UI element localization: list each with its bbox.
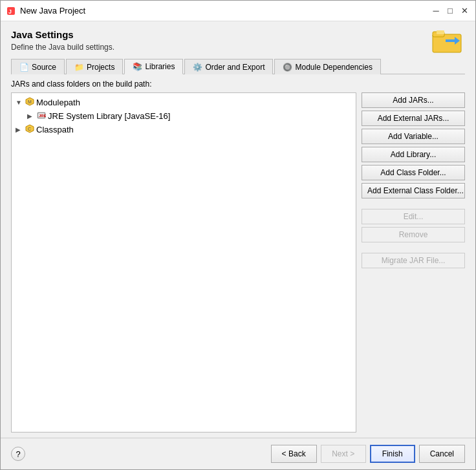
page-title: Java Settings: [11, 29, 114, 40]
window-controls: ─ □ ✕: [430, 5, 470, 17]
window-icon: J: [6, 6, 16, 16]
classpath-icon: C: [25, 124, 34, 135]
header-text: Java Settings Define the Java build sett…: [11, 29, 114, 58]
tree-item-classpath[interactable]: ▶ C Classpath: [14, 123, 353, 136]
svg-rect-4: [437, 30, 444, 34]
tree-panel[interactable]: ▼ M Modulepath ▶: [11, 92, 356, 433]
projects-tab-label: Projects: [87, 63, 114, 72]
tree-item-jre[interactable]: ▶ JRE JRE System Library [JavaSE-16]: [14, 109, 353, 123]
add-external-class-folder-button[interactable]: Add External Class Folder...: [362, 183, 465, 198]
section-label: JARs and class folders on the build path…: [11, 80, 465, 89]
window-title: New Java Project: [20, 6, 85, 16]
help-button[interactable]: ?: [11, 447, 25, 461]
tabs-bar: 📄 Source 📁 Projects 📚 Libraries ⚙️ Order…: [11, 58, 465, 74]
order-export-tab-label: Order and Export: [205, 63, 265, 72]
tree-item-modulepath[interactable]: ▼ M Modulepath: [14, 96, 353, 109]
jre-expand-arrow[interactable]: ▶: [27, 112, 35, 120]
svg-rect-6: [446, 39, 455, 42]
tab-module-deps[interactable]: 🔘 Module Dependencies: [274, 59, 380, 74]
add-variable-button[interactable]: Add Variable...: [362, 129, 465, 144]
maximize-button[interactable]: □: [444, 5, 456, 17]
header-section: Java Settings Define the Java build sett…: [11, 29, 465, 58]
back-button[interactable]: < Back: [271, 445, 317, 463]
source-tab-icon: 📄: [19, 63, 29, 72]
add-external-jars-button[interactable]: Add External JARs...: [362, 111, 465, 126]
next-button[interactable]: Next >: [321, 445, 366, 463]
svg-text:J: J: [8, 8, 12, 15]
bottom-bar: ? < Back Next > Finish Cancel: [1, 438, 475, 469]
tab-source[interactable]: 📄 Source: [11, 59, 65, 74]
svg-text:JRE: JRE: [39, 114, 46, 118]
finish-button[interactable]: Finish: [370, 445, 415, 463]
libraries-tab-icon: 📚: [133, 62, 142, 71]
add-jars-button[interactable]: Add JARs...: [362, 92, 465, 108]
add-class-folder-button[interactable]: Add Class Folder...: [362, 165, 465, 180]
module-deps-tab-label: Module Dependencies: [295, 63, 372, 72]
close-button[interactable]: ✕: [459, 5, 470, 17]
migrate-jar-button[interactable]: Migrate JAR File...: [362, 253, 465, 268]
libraries-tab-label: Libraries: [145, 62, 175, 71]
content-area: Java Settings Define the Java build sett…: [1, 21, 475, 438]
projects-tab-icon: 📁: [74, 63, 84, 72]
remove-button[interactable]: Remove: [362, 227, 465, 242]
jre-label: JRE System Library [JavaSE-16]: [48, 111, 170, 121]
modulepath-icon: M: [25, 97, 34, 108]
add-library-button[interactable]: Add Library...: [362, 147, 465, 162]
source-tab-label: Source: [32, 63, 56, 72]
cancel-button[interactable]: Cancel: [419, 445, 465, 463]
button-spacer-1: [362, 201, 465, 206]
folder-icon: [431, 27, 465, 55]
button-spacer-2: [362, 245, 465, 250]
title-bar-left: J New Java Project: [6, 6, 85, 16]
modulepath-expand-arrow[interactable]: ▼: [16, 99, 23, 106]
tab-order-export[interactable]: ⚙️ Order and Export: [184, 59, 273, 74]
bottom-right: < Back Next > Finish Cancel: [271, 445, 465, 463]
tab-projects[interactable]: 📁 Projects: [66, 59, 123, 74]
right-buttons: Add JARs... Add External JARs... Add Var…: [362, 92, 465, 433]
svg-text:C: C: [28, 127, 31, 131]
modulepath-label: Modulepath: [36, 98, 80, 107]
help-icon: ?: [16, 449, 20, 459]
window: J New Java Project ─ □ ✕ Java Settings D…: [0, 0, 476, 470]
main-panel: ▼ M Modulepath ▶: [11, 92, 465, 433]
svg-text:M: M: [28, 100, 32, 104]
minimize-button[interactable]: ─: [430, 5, 442, 17]
tab-libraries[interactable]: 📚 Libraries: [124, 59, 183, 74]
page-subtitle: Define the Java build settings.: [11, 43, 114, 52]
jre-icon: JRE: [37, 111, 46, 122]
bottom-left: ?: [11, 447, 25, 461]
classpath-label: Classpath: [36, 125, 74, 134]
edit-button[interactable]: Edit...: [362, 209, 465, 224]
classpath-expand-arrow[interactable]: ▶: [16, 126, 23, 133]
module-deps-tab-icon: 🔘: [283, 63, 292, 72]
title-bar: J New Java Project ─ □ ✕: [1, 1, 475, 21]
order-export-tab-icon: ⚙️: [193, 63, 202, 72]
